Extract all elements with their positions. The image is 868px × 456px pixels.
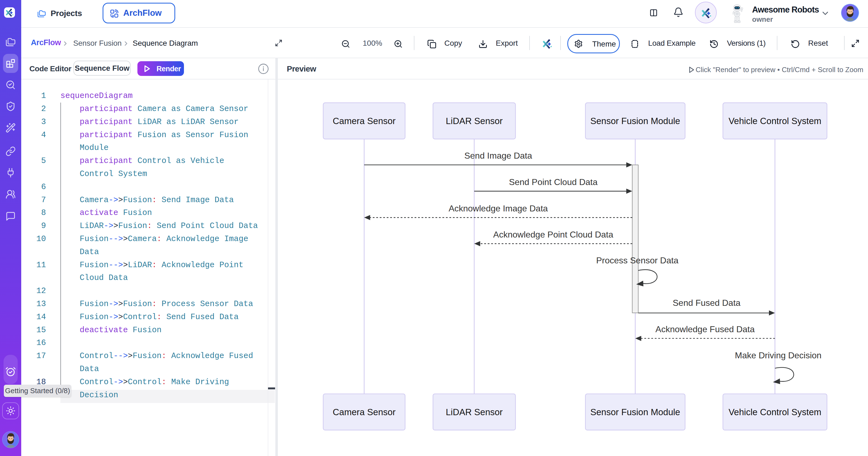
svg-text:Vehicle Control System: Vehicle Control System <box>728 407 821 417</box>
svg-text:Vehicle Control System: Vehicle Control System <box>728 116 821 126</box>
svg-text:Sensor Fusion Module: Sensor Fusion Module <box>590 407 680 417</box>
svg-text:Send Point Cloud Data: Send Point Cloud Data <box>509 177 597 187</box>
svg-text:Camera Sensor: Camera Sensor <box>333 116 396 126</box>
svg-text:Acknowledge Point Cloud Data: Acknowledge Point Cloud Data <box>493 230 613 239</box>
svg-text:Send Image Data: Send Image Data <box>464 151 532 160</box>
svg-text:Acknowledge Image Data: Acknowledge Image Data <box>449 204 548 213</box>
svg-text:Sensor Fusion Module: Sensor Fusion Module <box>590 116 680 126</box>
svg-text:Send Fused Data: Send Fused Data <box>673 298 740 308</box>
svg-text:LiDAR Sensor: LiDAR Sensor <box>446 116 502 126</box>
svg-text:Make Driving Decision: Make Driving Decision <box>735 351 822 360</box>
svg-text:Process Sensor Data: Process Sensor Data <box>596 255 679 265</box>
svg-text:LiDAR Sensor: LiDAR Sensor <box>446 407 502 417</box>
svg-text:Camera Sensor: Camera Sensor <box>333 407 396 417</box>
svg-text:Acknowledge Fused Data: Acknowledge Fused Data <box>655 324 755 334</box>
